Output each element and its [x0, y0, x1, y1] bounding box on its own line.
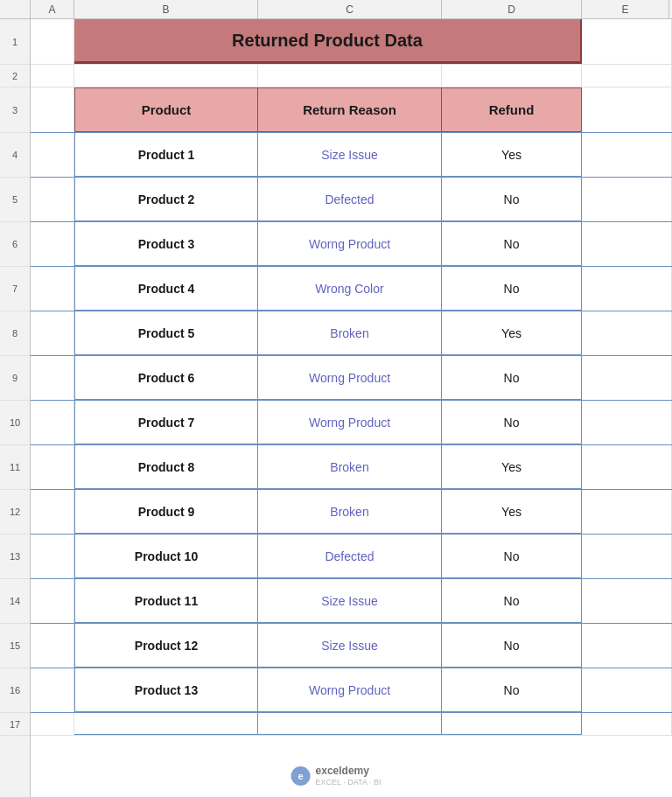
cell-c17[interactable] [258, 713, 442, 735]
row-header-15: 15 [0, 624, 30, 668]
row-header-1: 1 [0, 19, 30, 65]
cell-e2[interactable] [582, 65, 672, 87]
cell-product-7[interactable]: Product 4 [74, 267, 258, 311]
cell-e10[interactable] [582, 401, 672, 444]
cell-e17[interactable] [582, 713, 672, 735]
cell-reason-13[interactable]: Defected [258, 535, 442, 578]
spreadsheet-title: Returned Product Data [232, 31, 423, 51]
row-4: Product 1 Size Issue Yes [31, 133, 672, 178]
row-header-5: 5 [0, 178, 30, 222]
cell-refund-15[interactable]: No [442, 624, 582, 668]
cell-a4[interactable] [31, 133, 74, 177]
cell-reason-8[interactable]: Broken [258, 311, 442, 355]
cell-reason-5[interactable]: Defected [258, 178, 442, 221]
spreadsheet: A B C D E 1 2 3 4 5 6 7 8 9 10 11 12 13 … [0, 0, 672, 797]
cell-a6[interactable] [31, 222, 74, 266]
cell-e3[interactable] [582, 87, 672, 132]
cell-b17[interactable] [74, 713, 258, 735]
col-header-a: A [31, 0, 74, 18]
cell-refund-8[interactable]: Yes [442, 311, 582, 355]
cell-refund-9[interactable]: No [442, 356, 582, 400]
cell-e11[interactable] [582, 445, 672, 489]
cell-a8[interactable] [31, 311, 74, 355]
cell-product-8[interactable]: Product 5 [74, 311, 258, 355]
cell-a1[interactable] [31, 19, 74, 64]
row-17 [31, 713, 672, 736]
row-11: Product 8 Broken Yes [31, 445, 672, 490]
cell-product-4[interactable]: Product 1 [74, 133, 258, 177]
cell-reason-9[interactable]: Worng Product [258, 356, 442, 400]
cell-a15[interactable] [31, 624, 74, 668]
cell-d17[interactable] [442, 713, 582, 735]
cell-refund-6[interactable]: No [442, 222, 582, 266]
cell-e9[interactable] [582, 356, 672, 400]
cell-a10[interactable] [31, 401, 74, 444]
cell-a2[interactable] [31, 65, 74, 87]
row-3: Product Return Reason Refund [31, 87, 672, 133]
cell-e4[interactable] [582, 133, 672, 177]
cell-refund-7[interactable]: No [442, 267, 582, 311]
cell-a12[interactable] [31, 490, 74, 534]
cell-e13[interactable] [582, 535, 672, 578]
cell-reason-10[interactable]: Worng Product [258, 401, 442, 444]
header-refund: Refund [442, 87, 582, 132]
cell-e8[interactable] [582, 311, 672, 355]
cell-e16[interactable] [582, 668, 672, 712]
cell-refund-10[interactable]: No [442, 401, 582, 444]
cell-reason-4[interactable]: Size Issue [258, 133, 442, 177]
cell-e6[interactable] [582, 222, 672, 266]
cell-reason-14[interactable]: Size Issue [258, 579, 442, 623]
cell-e1[interactable] [582, 19, 672, 64]
row-8: Product 5 Broken Yes [31, 311, 672, 356]
cell-a13[interactable] [31, 535, 74, 578]
cell-product-16[interactable]: Product 13 [74, 668, 258, 712]
title-cell: Returned Product Data [74, 19, 582, 64]
cell-reason-11[interactable]: Broken [258, 445, 442, 489]
cell-reason-15[interactable]: Size Issue [258, 624, 442, 668]
cell-refund-11[interactable]: Yes [442, 445, 582, 489]
cell-a11[interactable] [31, 445, 74, 489]
cell-refund-4[interactable]: Yes [442, 133, 582, 177]
cell-e14[interactable] [582, 579, 672, 623]
row-14: Product 11 Size Issue No [31, 579, 672, 624]
cell-refund-12[interactable]: Yes [442, 490, 582, 534]
cell-product-13[interactable]: Product 10 [74, 535, 258, 578]
cell-d2[interactable] [442, 65, 582, 87]
cell-reason-6[interactable]: Worng Product [258, 222, 442, 266]
cell-b2[interactable] [74, 65, 258, 87]
cell-product-14[interactable]: Product 11 [74, 579, 258, 623]
cell-product-11[interactable]: Product 8 [74, 445, 258, 489]
row-12: Product 9 Broken Yes [31, 490, 672, 535]
cell-reason-16[interactable]: Worng Product [258, 668, 442, 712]
cell-a17[interactable] [31, 713, 74, 735]
cell-a7[interactable] [31, 267, 74, 311]
cell-e15[interactable] [582, 624, 672, 668]
cell-product-12[interactable]: Product 9 [74, 490, 258, 534]
cell-refund-16[interactable]: No [442, 668, 582, 712]
cell-e12[interactable] [582, 490, 672, 534]
row-header-14: 14 [0, 579, 30, 624]
cell-a5[interactable] [31, 178, 74, 221]
cell-c2[interactable] [258, 65, 442, 87]
cell-a3[interactable] [31, 87, 74, 132]
cell-a14[interactable] [31, 579, 74, 623]
cell-e5[interactable] [582, 178, 672, 221]
cell-a16[interactable] [31, 668, 74, 712]
row-16: Product 13 Worng Product No [31, 668, 672, 713]
cell-product-10[interactable]: Product 7 [74, 401, 258, 444]
cell-product-15[interactable]: Product 12 [74, 624, 258, 668]
col-header-d: D [442, 0, 582, 18]
row-header-3: 3 [0, 87, 30, 133]
cell-e7[interactable] [582, 267, 672, 311]
cell-product-6[interactable]: Product 3 [74, 222, 258, 266]
row-10: Product 7 Worng Product No [31, 401, 672, 445]
cell-product-5[interactable]: Product 2 [74, 178, 258, 221]
cell-product-9[interactable]: Product 6 [74, 356, 258, 400]
cell-a9[interactable] [31, 356, 74, 400]
row-2 [31, 65, 672, 87]
cell-reason-12[interactable]: Broken [258, 490, 442, 534]
cell-reason-7[interactable]: Wrong Color [258, 267, 442, 311]
cell-refund-5[interactable]: No [442, 178, 582, 221]
cell-refund-14[interactable]: No [442, 579, 582, 623]
cell-refund-13[interactable]: No [442, 535, 582, 578]
